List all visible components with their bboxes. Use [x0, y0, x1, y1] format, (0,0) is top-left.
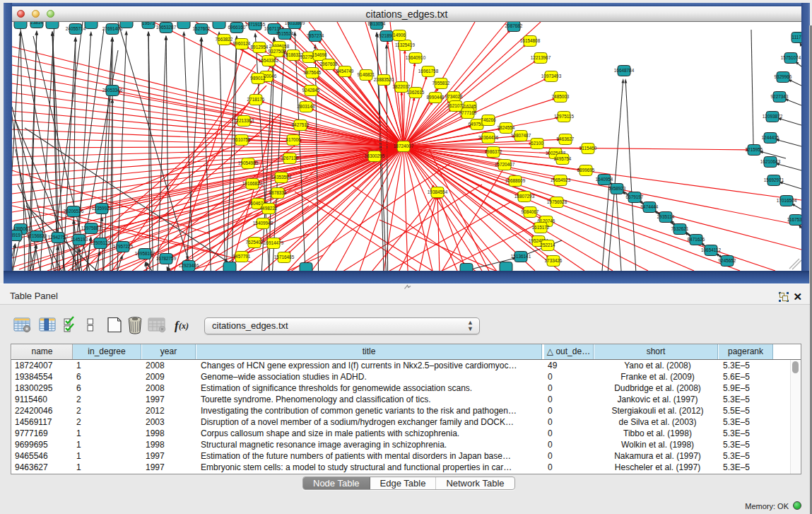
- svg-text:16033809: 16033809: [285, 22, 305, 25]
- svg-text:4498222: 4498222: [260, 206, 278, 211]
- svg-text:2935114: 2935114: [657, 214, 675, 219]
- svg-text:1610755: 1610755: [233, 137, 251, 142]
- svg-text:10958107: 10958107: [135, 251, 155, 256]
- svg-text:62100: 62100: [531, 141, 543, 146]
- svg-text:8912954: 8912954: [251, 45, 269, 49]
- svg-text:16914479: 16914479: [264, 240, 284, 245]
- svg-text:3267130: 3267130: [281, 156, 299, 160]
- svg-text:9115460: 9115460: [579, 146, 597, 151]
- svg-text:9734028: 9734028: [445, 94, 463, 99]
- svg-text:10688609: 10688609: [505, 178, 526, 183]
- svg-text:6679197: 6679197: [626, 194, 644, 199]
- svg-text:20364436: 20364436: [478, 135, 499, 140]
- svg-text:16961758: 16961758: [418, 69, 439, 74]
- svg-text:13975887: 13975887: [81, 226, 102, 230]
- svg-text:19756928: 19756928: [547, 199, 567, 204]
- svg-text:23883520: 23883520: [374, 77, 394, 82]
- svg-text:8454749: 8454749: [336, 69, 354, 74]
- svg-text:10973493: 10973493: [541, 74, 562, 78]
- svg-text:7857274: 7857274: [307, 33, 324, 38]
- svg-text:9777169: 9777169: [459, 110, 477, 115]
- svg-text:8990448: 8990448: [427, 95, 445, 100]
- svg-text:23814: 23814: [30, 22, 43, 25]
- svg-text:19166822: 19166822: [242, 181, 263, 186]
- svg-text:12213363: 12213363: [234, 118, 254, 123]
- svg-text:18807293: 18807293: [514, 194, 535, 199]
- svg-text:15720407: 15720407: [495, 162, 515, 167]
- svg-text:3875645: 3875645: [304, 70, 322, 75]
- svg-text:1640954: 1640954: [596, 177, 613, 182]
- svg-text:1527602: 1527602: [193, 26, 211, 31]
- svg-text:11325419: 11325419: [395, 42, 415, 47]
- svg-text:19054985: 19054985: [238, 160, 259, 165]
- svg-text:15751074: 15751074: [781, 55, 801, 60]
- svg-text:6899695: 6899695: [577, 168, 595, 173]
- svg-text:7632621: 7632621: [671, 226, 689, 231]
- svg-text:9242845: 9242845: [302, 88, 320, 93]
- svg-text:1495754: 1495754: [554, 156, 572, 161]
- svg-text:1244415: 1244415: [762, 135, 779, 140]
- svg-text:1362615: 1362615: [407, 90, 425, 95]
- svg-text:8427512: 8427512: [292, 122, 310, 127]
- svg-text:1167533: 1167533: [787, 217, 801, 222]
- svg-text:3215955: 3215955: [746, 147, 763, 152]
- svg-text:9084067: 9084067: [522, 209, 539, 214]
- svg-text:15409948: 15409948: [253, 221, 273, 226]
- svg-text:13640910: 13640910: [406, 55, 426, 60]
- svg-text:9146821: 9146821: [358, 72, 375, 77]
- svg-text:19571: 19571: [142, 22, 155, 25]
- svg-text:9960124: 9960124: [233, 41, 251, 46]
- svg-text:1621072: 1621072: [447, 103, 465, 108]
- svg-text:14906: 14906: [393, 33, 406, 37]
- svg-text:7955812: 7955812: [433, 81, 450, 86]
- svg-text:19654923: 19654923: [551, 177, 571, 182]
- svg-text:746266: 746266: [481, 117, 496, 122]
- svg-text:26053346: 26053346: [102, 88, 123, 93]
- svg-text:12213967: 12213967: [531, 55, 551, 60]
- svg-text:16154808: 16154808: [520, 38, 541, 43]
- svg-text:14353594: 14353594: [271, 175, 292, 180]
- svg-text:6966160: 6966160: [228, 25, 246, 30]
- svg-text:1733426: 1733426: [545, 258, 563, 263]
- svg-text:2803144: 2803144: [298, 104, 315, 109]
- svg-text:3824554: 3824554: [498, 125, 515, 130]
- svg-text:9227343: 9227343: [771, 94, 789, 99]
- svg-text:7515524: 7515524: [276, 31, 294, 36]
- svg-text:989012: 989012: [250, 76, 266, 81]
- svg-text:9463627: 9463627: [557, 136, 575, 141]
- svg-text:15136141: 15136141: [511, 254, 531, 259]
- svg-text:20206536: 20206536: [64, 209, 84, 214]
- svg-text:16543362: 16543362: [259, 58, 279, 63]
- svg-text:7663822: 7663822: [216, 37, 233, 42]
- svg-text:3919: 3919: [12, 233, 21, 238]
- svg-text:(x): (x): [179, 321, 189, 331]
- svg-text:17016504: 17016504: [777, 198, 797, 203]
- svg-text:12093872: 12093872: [763, 114, 783, 119]
- svg-text:7485003: 7485003: [552, 94, 570, 99]
- svg-text:12156829: 12156829: [27, 233, 47, 238]
- svg-text:10654112: 10654112: [701, 247, 721, 252]
- svg-text:15692971: 15692971: [764, 177, 784, 182]
- svg-text:5958923: 5958923: [608, 186, 626, 191]
- svg-text:12942757: 12942757: [48, 235, 69, 240]
- svg-text:7986372: 7986372: [485, 149, 502, 154]
- svg-text:9474444: 9474444: [641, 204, 659, 209]
- svg-text:8813054: 8813054: [368, 22, 386, 26]
- svg-text:16782759: 16782759: [156, 256, 177, 261]
- svg-text:12975115: 12975115: [554, 114, 574, 119]
- svg-text:24055714: 24055714: [66, 26, 86, 31]
- svg-text:27691406: 27691406: [102, 26, 123, 31]
- svg-text:9245652: 9245652: [719, 258, 736, 263]
- svg-text:2087682: 2087682: [505, 23, 523, 28]
- svg-text:7625402: 7625402: [246, 240, 264, 245]
- svg-text:11173: 11173: [792, 35, 801, 40]
- svg-text:10719155: 10719155: [245, 22, 266, 27]
- svg-text:3822037: 3822037: [393, 84, 411, 89]
- svg-text:154698: 154698: [312, 52, 327, 57]
- svg-text:12505135: 12505135: [90, 240, 111, 245]
- svg-text:9329966: 9329966: [775, 74, 792, 79]
- svg-text:1145193: 1145193: [71, 237, 88, 242]
- svg-text:417006: 417006: [286, 137, 301, 142]
- svg-text:16648784: 16648784: [614, 68, 635, 73]
- svg-text:12359924: 12359924: [92, 206, 112, 211]
